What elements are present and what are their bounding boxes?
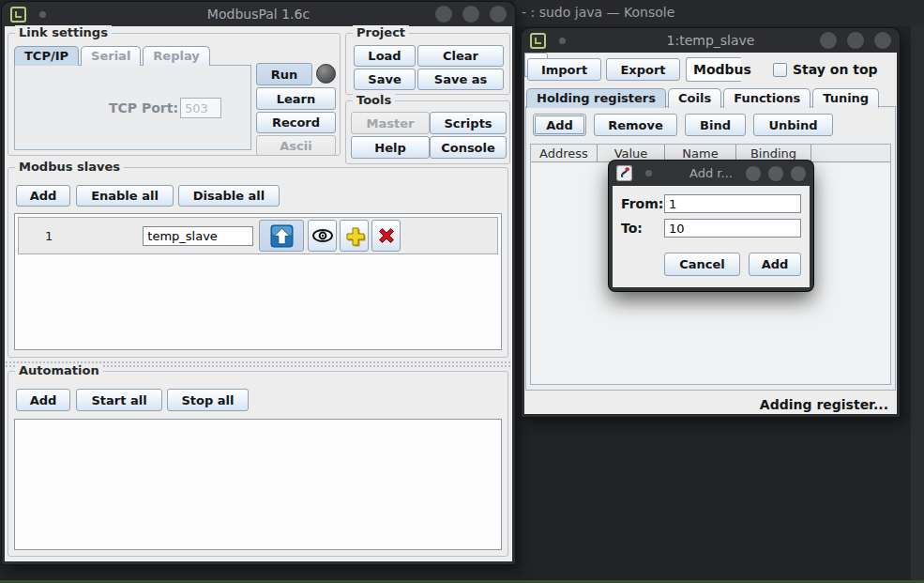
- header-name[interactable]: Name: [665, 145, 736, 161]
- disable-all-button[interactable]: Disable all: [178, 185, 280, 207]
- from-input[interactable]: [664, 194, 801, 213]
- eye-icon: [311, 224, 334, 247]
- titlebar-dot-icon: [645, 170, 652, 176]
- register-remove-button[interactable]: Remove: [594, 114, 677, 136]
- minimize-button[interactable]: [435, 6, 452, 23]
- tools-title: Tools: [353, 93, 395, 107]
- enable-all-label: Enable all: [91, 189, 159, 203]
- slave-add-button[interactable]: Add: [16, 185, 70, 207]
- register-tabs: Holding registers Coils Functions Tuning: [526, 88, 879, 108]
- tab-tuning-label: Tuning: [823, 91, 869, 105]
- ascii-button-label: Ascii: [280, 139, 311, 153]
- master-button[interactable]: Master: [351, 112, 430, 134]
- header-binding[interactable]: Binding: [736, 145, 811, 161]
- tab-serial[interactable]: Serial: [81, 46, 141, 66]
- slave-list: 1: [14, 213, 502, 350]
- tab-tuning[interactable]: Tuning: [812, 88, 879, 108]
- stay-on-top-checkbox[interactable]: [773, 63, 787, 77]
- tcp-port-label: TCP Port:: [109, 100, 178, 115]
- modbuspal-titlebar[interactable]: ModbusPal 1.6c: [2, 2, 515, 26]
- tab-functions[interactable]: Functions: [723, 88, 810, 108]
- tab-replay[interactable]: Replay: [143, 46, 209, 66]
- dialog-minimize-button[interactable]: [746, 166, 761, 181]
- header-value-label: Value: [614, 146, 648, 161]
- maximize-button[interactable]: [462, 6, 479, 23]
- header-address[interactable]: Address: [531, 145, 598, 161]
- record-button-label: Record: [272, 115, 320, 130]
- java-app-icon: [616, 165, 632, 181]
- export-button[interactable]: Export: [606, 58, 680, 81]
- register-unbind-label: Unbind: [768, 118, 817, 132]
- mode-combobox[interactable]: Modbus: [686, 57, 741, 82]
- import-button[interactable]: Import: [527, 58, 601, 81]
- slave-name-input[interactable]: [143, 226, 253, 246]
- slave-view-button[interactable]: [308, 220, 337, 252]
- link-tabs: TCP/IP Serial Replay: [14, 46, 210, 66]
- konsole-scrollbar[interactable]: [911, 26, 924, 580]
- project-group: Project Load Clear Save Save as: [345, 33, 510, 95]
- learn-button[interactable]: Learn: [256, 87, 336, 110]
- link-settings-title: Link settings: [15, 25, 112, 39]
- clear-button[interactable]: Clear: [417, 45, 504, 67]
- tab-serial-label: Serial: [91, 49, 130, 63]
- dialog-cancel-button[interactable]: Cancel: [664, 253, 740, 276]
- tab-tcpip[interactable]: TCP/IP: [14, 46, 79, 66]
- register-bind-button[interactable]: Bind: [685, 114, 746, 136]
- status-text: Adding register...: [760, 397, 888, 412]
- tab-coils[interactable]: Coils: [668, 88, 721, 108]
- from-label: From:: [621, 196, 663, 211]
- slave-delete-button[interactable]: [371, 220, 401, 252]
- minimize-button[interactable]: [820, 32, 837, 49]
- to-label: To:: [621, 221, 643, 236]
- mode-combobox-value: Modbus: [693, 62, 751, 77]
- dialog-titlebar[interactable]: Add r...: [609, 161, 813, 186]
- dialog-content: From: To: Cancel Add: [613, 186, 810, 287]
- scripts-button[interactable]: Scripts: [430, 112, 507, 134]
- tab-holding-registers-label: Holding registers: [537, 91, 656, 105]
- slave-titlebar[interactable]: 1:temp_slave: [522, 28, 900, 53]
- link-settings-group: Link settings TCP/IP Serial Replay TCP P…: [8, 33, 341, 156]
- dialog-add-button[interactable]: Add: [749, 253, 801, 276]
- run-button[interactable]: Run: [256, 63, 312, 85]
- header-value[interactable]: Value: [598, 145, 665, 161]
- dialog-maximize-button[interactable]: [768, 166, 783, 181]
- scripts-button-label: Scripts: [444, 116, 492, 130]
- save-as-button[interactable]: Save as: [417, 69, 504, 90]
- record-button[interactable]: Record: [256, 112, 336, 133]
- enable-all-button[interactable]: Enable all: [76, 185, 174, 207]
- load-button-label: Load: [368, 49, 401, 63]
- stop-all-label: Stop all: [181, 393, 234, 407]
- start-all-button[interactable]: Start all: [76, 389, 162, 411]
- load-button[interactable]: Load: [354, 45, 416, 67]
- console-button[interactable]: Console: [430, 136, 507, 159]
- tcpip-pane: TCP Port:: [14, 65, 251, 150]
- terminal-window-icon: [10, 7, 26, 23]
- close-button[interactable]: [490, 6, 507, 23]
- modbus-slaves-title: Modbus slaves: [15, 160, 124, 174]
- save-button[interactable]: Save: [354, 69, 416, 90]
- automation-add-button[interactable]: Add: [16, 389, 70, 411]
- to-input[interactable]: [664, 219, 801, 238]
- dialog-close-button[interactable]: [791, 166, 806, 181]
- learn-button-label: Learn: [277, 92, 316, 106]
- stop-all-button[interactable]: Stop all: [167, 389, 249, 411]
- tcp-port-input[interactable]: [180, 98, 221, 118]
- maximize-button[interactable]: [847, 32, 864, 49]
- help-button[interactable]: Help: [351, 136, 430, 159]
- header-address-label: Address: [539, 146, 588, 161]
- tab-holding-registers[interactable]: Holding registers: [526, 88, 666, 108]
- tools-group: Tools Master Scripts Help Console: [345, 100, 510, 164]
- automation-add-label: Add: [30, 393, 57, 407]
- tab-functions-label: Functions: [734, 91, 800, 105]
- dialog-cancel-label: Cancel: [679, 257, 725, 271]
- ascii-button[interactable]: Ascii: [256, 135, 336, 156]
- register-unbind-button[interactable]: Unbind: [753, 114, 833, 136]
- start-all-label: Start all: [91, 393, 146, 407]
- disable-all-label: Disable all: [193, 189, 265, 203]
- konsole-titlebar[interactable]: - : sudo java — Konsole: [515, 0, 924, 26]
- register-add-button[interactable]: Add: [533, 114, 586, 136]
- tab-tcpip-label: TCP/IP: [24, 49, 68, 63]
- slave-enable-toggle[interactable]: [259, 220, 304, 252]
- slave-duplicate-button[interactable]: [340, 220, 369, 252]
- close-button[interactable]: [874, 32, 891, 49]
